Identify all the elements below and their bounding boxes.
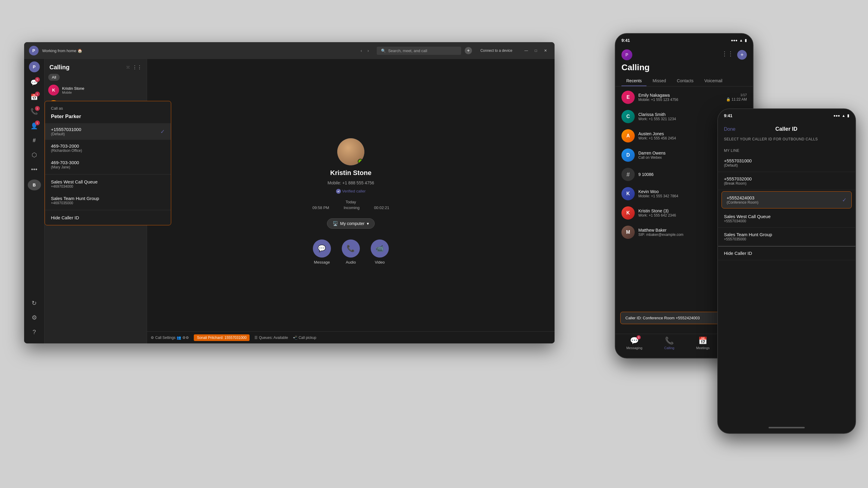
check-icon: ✓ xyxy=(160,128,165,135)
phone2-subtitle: SELECT YOUR CALLER ID FOR OUTBOUND CALLS xyxy=(718,136,855,146)
close-button[interactable]: ✕ xyxy=(541,46,550,55)
title-bar-actions: Connect to a device xyxy=(478,47,515,54)
video-label: Video xyxy=(375,260,384,264)
device-selector[interactable]: 🖥️ My computer ▾ xyxy=(327,218,375,229)
maximize-button[interactable]: □ xyxy=(532,46,540,55)
call-time: 09:58 PM xyxy=(312,205,329,210)
caller-option-richardson[interactable]: 469-703-2000 (Richardson Office) xyxy=(45,140,171,156)
video-action[interactable]: 📹 Video xyxy=(371,239,389,264)
phone2-opt-label-2: (Break Room) xyxy=(724,181,752,186)
phone1-info-clarissa: Clarissa Smith Work: +1 555 321 1234 xyxy=(638,112,724,121)
phone1-avatar-emily: E xyxy=(621,91,635,104)
panel-contact-name-1: Kristin Stone xyxy=(62,86,84,91)
scene: P Working from home 🏠 ‹ › 🔍 Search, meet… xyxy=(0,0,868,488)
phone2-option-2[interactable]: +5557032000 (Break Room) xyxy=(718,172,855,190)
phone1-nav-messaging[interactable]: 💬 3 Messaging xyxy=(626,336,642,350)
phone1-tab-recents[interactable]: Recents xyxy=(621,76,647,86)
settings-icon: ⚙ xyxy=(32,314,37,321)
caller-number-saleshunt: +4697035000 xyxy=(51,201,99,205)
phone2-option-saleshunt[interactable]: Sales Team Hunt Group +5557035000 xyxy=(718,228,855,246)
calling-header-icons: ⁙ ⋮⋮ xyxy=(126,64,142,70)
phone1-info-9: 9 10086 xyxy=(638,172,724,177)
phone1-nav-meetings[interactable]: 📅 Meetings xyxy=(696,336,710,350)
panel-contact-1[interactable]: K Kristin Stone Mobile xyxy=(44,82,147,98)
all-tab[interactable]: All xyxy=(48,74,60,81)
sidebar-item-apps[interactable]: ⬡ xyxy=(28,148,41,161)
hide-caller-id[interactable]: Hide Caller ID xyxy=(45,212,171,225)
caller-option-saleswest[interactable]: Sales West Call Queue +4697034000 xyxy=(45,175,171,192)
verified-label: Verified caller xyxy=(342,189,366,193)
phone1-avatar-clarissa: C xyxy=(621,110,635,123)
phone1-info-darren: Darren Owens Call on Webex xyxy=(638,151,730,160)
caller-option-default[interactable]: +15557031000 (Default) ✓ xyxy=(45,123,171,140)
phone1-grid-icon[interactable]: ⋮⋮ xyxy=(721,50,734,60)
phone1-tab-contacts[interactable]: Contacts xyxy=(672,76,698,86)
phone1-recent-emily[interactable]: E Emily Nakagawa Mobile: +1 555 123 4756… xyxy=(615,88,753,107)
sidebar-item-channels[interactable]: # xyxy=(28,134,41,147)
phone1-info-kevin: Kevin Woo Mobile: +1 555 342 7864 xyxy=(638,189,728,198)
phone2-option-text-3: +5552424003 (Conference Room) xyxy=(727,195,758,204)
queues-item[interactable]: ☰ Queues: Available xyxy=(254,335,288,340)
call-settings-item[interactable]: ⚙ Call Settings 👥 ⚙⚙ xyxy=(151,335,189,340)
phone2-hide-caller-id[interactable]: Hide Caller ID xyxy=(718,247,855,260)
message-action[interactable]: 💬 Message xyxy=(313,239,331,264)
desktop-window: P Working from home 🏠 ‹ › 🔍 Search, meet… xyxy=(24,42,555,344)
presence-dot xyxy=(358,159,363,164)
phone2-option-saleswest[interactable]: Sales West Call Queue +5557034000 xyxy=(718,210,855,228)
phone2-caller-id-header: Done Caller ID xyxy=(718,122,855,136)
phone1-user-avatar[interactable]: P xyxy=(621,50,632,60)
phone1-avatar-matthew: M xyxy=(621,226,635,239)
dots-icon: ⁙ xyxy=(126,64,130,70)
audio-action[interactable]: 📞 Audio xyxy=(342,239,360,264)
back-button[interactable]: ‹ xyxy=(359,47,364,54)
call-pickup-item[interactable]: 📲 Call pickup xyxy=(293,335,316,340)
sidebar-item-settings[interactable]: ⚙ xyxy=(28,311,41,324)
sidebar-item-calendar[interactable]: 📅 1 xyxy=(28,90,41,104)
phone1-battery-icon: ▮ xyxy=(745,38,747,42)
calling-panel-header: Calling ⁙ ⋮⋮ xyxy=(44,59,147,73)
search-bar[interactable]: 🔍 Search, meet, and call xyxy=(377,47,461,55)
panel-avatar-1: K xyxy=(48,85,59,96)
phone1-time: 9:41 xyxy=(621,38,630,43)
phone2-opt-number-3: +5552424003 xyxy=(727,195,758,200)
phone2-option-3-selected[interactable]: +5552424003 (Conference Room) ✓ xyxy=(721,191,852,208)
computer-icon: 🖥️ xyxy=(333,221,338,226)
phone1-meetings-icon: 📅 xyxy=(698,336,707,345)
add-button[interactable]: + xyxy=(465,47,472,54)
option-divider-2 xyxy=(45,210,171,210)
sidebar-item-refresh[interactable]: ↻ xyxy=(28,296,41,310)
caller-option-saleshunt[interactable]: Sales Team Hunt Group +4697035000 xyxy=(45,192,171,209)
call-duration: 00:02:21 xyxy=(374,205,390,210)
calls-badge: 1 xyxy=(35,106,40,111)
sidebar-item-more[interactable]: ••• xyxy=(28,163,41,176)
phone2-option-1[interactable]: +5557031000 (Default) xyxy=(718,154,855,172)
sidebar-item-help[interactable]: ? xyxy=(28,325,41,338)
phone2-screen-title: Caller ID xyxy=(775,126,798,132)
sidebar-item-calls[interactable]: 📞 1 xyxy=(28,105,41,118)
phone1-messaging-icon: 💬 3 xyxy=(630,336,639,345)
phone1-tab-voicemail[interactable]: Voicemail xyxy=(700,76,727,86)
phone2-selected-check: ✓ xyxy=(842,197,846,203)
caller-option-text-saleswest: Sales West Call Queue +4697034000 xyxy=(51,179,98,189)
caller-option-maryjane[interactable]: 469-703-3000 (Mary Jane) xyxy=(45,156,171,173)
caller-number-maryjane: 469-703-3000 xyxy=(51,160,79,165)
connect-device-button[interactable]: Connect to a device xyxy=(478,47,515,54)
phone2-done-button[interactable]: Done xyxy=(724,127,735,132)
sidebar-user-avatar[interactable]: P xyxy=(29,61,40,72)
calendar-badge: 1 xyxy=(35,92,40,96)
caller-highlight[interactable]: Sonali Pritchard: 15557031000 xyxy=(194,334,250,341)
phone1-name-emily: Emily Nakagawa xyxy=(638,93,722,98)
call-as-header: Call as xyxy=(45,101,171,112)
sidebar-item-activity[interactable]: 💬 5 xyxy=(28,76,41,89)
minimize-button[interactable]: — xyxy=(522,46,530,55)
panel-contact-info-1: Kristin Stone Mobile xyxy=(62,86,84,94)
sidebar-item-people[interactable]: 👤 1 xyxy=(28,119,41,133)
window-title: Working from home 🏠 xyxy=(42,48,355,53)
phone2-opt-number-saleswest: +5557034000 xyxy=(724,219,771,223)
forward-button[interactable]: › xyxy=(366,47,371,54)
phone1-add-button[interactable]: + xyxy=(737,50,747,60)
phone1-tab-missed[interactable]: Missed xyxy=(648,76,671,86)
phone1-nav-calling[interactable]: 📞 Calling xyxy=(664,336,675,350)
phone1-name-kevin: Kevin Woo xyxy=(638,189,728,194)
contact-card: Kristin Stone Mobile: +1 888 555 4756 Ve… xyxy=(312,138,389,264)
